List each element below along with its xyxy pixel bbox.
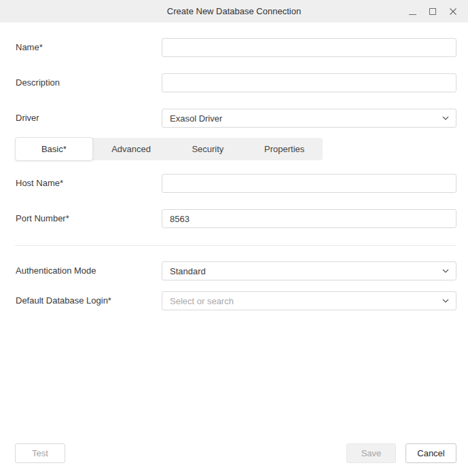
maximize-icon [429, 8, 436, 15]
host-name-input[interactable] [162, 174, 456, 193]
default-login-select[interactable]: Select or search [162, 291, 456, 310]
auth-mode-label: Authentication Mode [16, 261, 96, 280]
tab-properties[interactable]: Properties [246, 138, 323, 160]
chevron-down-icon [442, 116, 449, 120]
name-input[interactable] [162, 38, 456, 57]
save-button[interactable]: Save [346, 443, 396, 463]
auth-mode-select[interactable]: Standard [162, 261, 456, 280]
driver-label: Driver [16, 109, 39, 128]
default-login-label: Default Database Login* [16, 291, 111, 310]
driver-select-value: Exasol Driver [170, 113, 222, 124]
tab-advanced[interactable]: Advanced [93, 138, 170, 160]
chevron-down-icon [442, 299, 449, 303]
close-icon [449, 7, 457, 16]
tab-security[interactable]: Security [170, 138, 247, 160]
maximize-button[interactable] [425, 3, 441, 20]
titlebar: Create New Database Connection [0, 0, 468, 22]
connection-tabs: Basic* Advanced Security Properties [15, 138, 323, 160]
close-button[interactable] [445, 3, 461, 20]
tab-basic[interactable]: Basic* [15, 137, 93, 161]
cancel-button[interactable]: Cancel [406, 443, 456, 463]
description-label: Description [16, 73, 60, 92]
create-connection-dialog: Create New Database Connection Name* Des… [0, 0, 468, 476]
host-name-label: Host Name* [16, 174, 63, 193]
auth-mode-select-value: Standard [170, 266, 206, 276]
section-divider [15, 245, 456, 246]
chevron-down-icon [442, 269, 449, 273]
window-controls [404, 0, 461, 22]
default-login-placeholder: Select or search [170, 296, 234, 306]
driver-select[interactable]: Exasol Driver [162, 109, 456, 128]
name-label: Name* [16, 38, 43, 57]
port-number-input[interactable] [162, 209, 456, 228]
dialog-title: Create New Database Connection [0, 0, 468, 22]
port-number-label: Port Number* [16, 209, 69, 228]
minimize-icon [409, 14, 416, 15]
minimize-button[interactable] [404, 3, 420, 20]
description-input[interactable] [162, 73, 456, 92]
test-button[interactable]: Test [15, 443, 65, 463]
